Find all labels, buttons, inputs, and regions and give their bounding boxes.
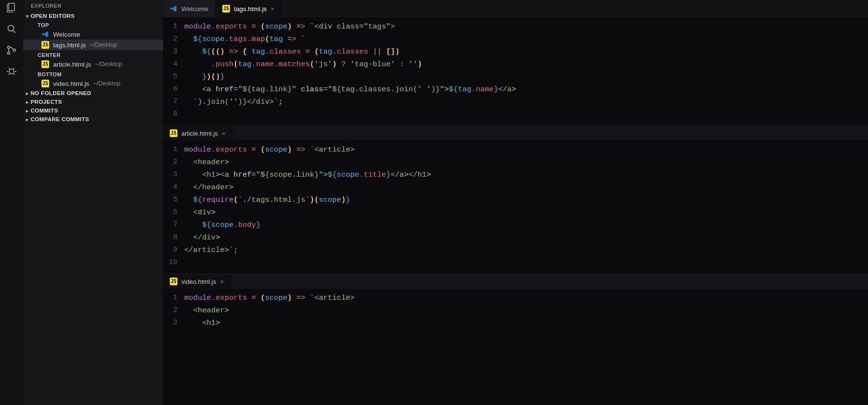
vscode-icon bbox=[41, 30, 49, 38]
editor-tab-row: Welcometags.html.js× bbox=[163, 0, 868, 17]
editor-item-path: ~/Desktop bbox=[95, 61, 122, 68]
collapsed-section-header[interactable]: ▸NO FOLDER OPENED bbox=[23, 89, 163, 98]
editor-group-label: BOTTOM bbox=[23, 70, 163, 78]
editor-group-tab-row: video.html.js× bbox=[163, 274, 868, 289]
line-number-gutter: 12345678910 bbox=[163, 143, 184, 269]
editor-item-label: video.html.js bbox=[53, 80, 89, 87]
js-icon bbox=[41, 80, 49, 87]
vscode-icon bbox=[170, 5, 177, 13]
editor-item-label: article.html.js bbox=[53, 61, 91, 68]
collapsed-section-header[interactable]: ▸COMPARE COMMITS bbox=[23, 115, 163, 124]
editor-area: Welcometags.html.js× 12345678module.expo… bbox=[163, 0, 868, 405]
editor-tab[interactable]: Welcome bbox=[163, 0, 216, 17]
line-number-gutter: 12345678 bbox=[163, 20, 184, 121]
caret-right-icon: ▸ bbox=[26, 117, 28, 122]
editor-tab[interactable]: tags.html.js× bbox=[216, 0, 282, 17]
open-editor-item[interactable]: Welcome bbox=[23, 29, 163, 40]
caret-down-icon: ▾ bbox=[26, 14, 28, 19]
debug-icon[interactable] bbox=[6, 66, 17, 77]
editor-group: 12345678module.exports = (scope) => `<di… bbox=[163, 17, 868, 126]
caret-right-icon: ▸ bbox=[26, 108, 28, 113]
line-number-gutter: 123 bbox=[163, 292, 184, 329]
svg-rect-0 bbox=[9, 3, 14, 11]
js-icon bbox=[170, 278, 177, 285]
open-editors-header[interactable]: ▾ OPEN EDITORS bbox=[23, 12, 163, 20]
explorer-sidebar: EXPLORER ▾ OPEN EDITORS TOPWelcometags.h… bbox=[23, 0, 163, 405]
editor-item-label: tags.html.js bbox=[53, 42, 86, 49]
svg-point-4 bbox=[8, 52, 10, 55]
editor-group-label: TOP bbox=[23, 20, 163, 29]
js-icon bbox=[41, 41, 49, 49]
svg-point-1 bbox=[8, 26, 14, 31]
code-content[interactable]: module.exports = (scope) => `<div class=… bbox=[184, 20, 516, 121]
code-pane[interactable]: 12345678module.exports = (scope) => `<di… bbox=[163, 17, 868, 126]
editor-item-path: ~/Desktop bbox=[93, 80, 121, 87]
files-icon[interactable] bbox=[6, 2, 17, 14]
open-editor-item[interactable]: article.html.js~/Desktop bbox=[23, 59, 163, 70]
editor-tab[interactable]: video.html.js× bbox=[163, 274, 231, 289]
open-editor-item[interactable]: video.html.js~/Desktop bbox=[23, 78, 163, 89]
code-content[interactable]: module.exports = (scope) => `<article> <… bbox=[184, 292, 355, 329]
js-icon bbox=[41, 60, 49, 68]
close-icon[interactable]: × bbox=[220, 278, 224, 285]
caret-right-icon: ▸ bbox=[26, 91, 28, 96]
editor-group: article.html.js×12345678910module.export… bbox=[163, 126, 868, 274]
editor-tab[interactable]: article.html.js× bbox=[163, 126, 232, 140]
collapsed-section-header[interactable]: ▸PROJECTS bbox=[23, 98, 163, 106]
svg-point-5 bbox=[14, 49, 16, 52]
close-icon[interactable]: × bbox=[271, 5, 274, 13]
editor-group-tab-row: article.html.js× bbox=[163, 126, 868, 140]
js-icon bbox=[170, 129, 177, 137]
svg-line-2 bbox=[13, 30, 15, 33]
activity-bar bbox=[0, 0, 23, 405]
close-icon[interactable]: × bbox=[222, 130, 226, 137]
editor-item-path: ~/Desktop bbox=[90, 42, 117, 48]
explorer-title: EXPLORER bbox=[23, 1, 163, 12]
open-editor-item[interactable]: tags.html.js~/Desktop bbox=[23, 40, 163, 50]
editor-group: video.html.js×123module.exports = (scope… bbox=[163, 274, 868, 334]
code-pane[interactable]: 123module.exports = (scope) => `<article… bbox=[163, 289, 868, 334]
editor-groups: 12345678module.exports = (scope) => `<di… bbox=[163, 17, 868, 334]
js-icon bbox=[222, 5, 230, 13]
editor-group-label: CENTER bbox=[23, 50, 163, 59]
open-editors-list: TOPWelcometags.html.js~/DesktopCENTERart… bbox=[23, 20, 163, 89]
caret-right-icon: ▸ bbox=[26, 99, 28, 105]
source-control-icon[interactable] bbox=[6, 44, 17, 56]
editor-item-label: Welcome bbox=[53, 31, 80, 38]
collapsed-sections: ▸NO FOLDER OPENED▸PROJECTS▸COMMITS▸COMPA… bbox=[23, 89, 163, 124]
code-content[interactable]: module.exports = (scope) => `<article> <… bbox=[184, 143, 431, 269]
search-icon[interactable] bbox=[6, 23, 17, 35]
code-pane[interactable]: 12345678910module.exports = (scope) => `… bbox=[163, 140, 868, 274]
svg-point-6 bbox=[9, 69, 14, 74]
svg-point-3 bbox=[8, 46, 10, 49]
collapsed-section-header[interactable]: ▸COMMITS bbox=[23, 106, 163, 115]
